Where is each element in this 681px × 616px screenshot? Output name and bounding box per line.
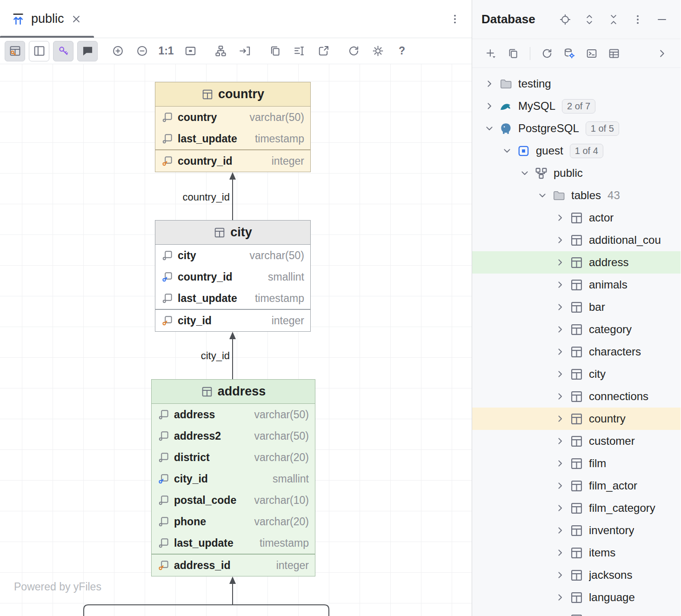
chevron-right-icon[interactable] [554,212,566,224]
refresh-button[interactable] [343,41,364,61]
tree-item-film[interactable]: film [472,452,681,475]
tree-item-public[interactable]: public [472,162,681,184]
actual-size-button[interactable]: 1:1 [156,41,176,61]
tree-item-testing[interactable]: testing [472,73,681,95]
keys-toggle[interactable] [53,41,73,61]
tree-item-bar[interactable]: bar [472,296,681,318]
chevron-down-icon[interactable] [483,122,495,134]
help-button[interactable]: ? [392,41,412,61]
data-source-properties-button[interactable] [560,44,579,63]
chevron-right-icon[interactable] [554,547,566,559]
chevron-right-icon[interactable] [554,346,566,358]
diagram-canvas[interactable]: Powered by yFiles countrycountryvarchar(… [0,64,472,616]
editor-more-button[interactable] [446,10,464,28]
tree-item-connections[interactable]: connections [472,385,681,408]
locate-button[interactable] [556,10,574,29]
column-row-country_id[interactable]: country_idsmallint [155,266,310,288]
tree-item-items[interactable]: items [472,542,681,564]
column-row-phone[interactable]: phonevarchar(20) [152,511,315,532]
tree-item-inventory[interactable]: inventory [472,519,681,542]
chevron-right-icon[interactable] [554,591,566,603]
fit-content-button[interactable] [180,41,200,61]
column-row-district[interactable]: districtvarchar(20) [152,447,315,468]
new-button[interactable] [481,44,500,63]
chevron-down-icon[interactable] [536,189,548,201]
chevron-right-icon[interactable] [554,524,566,536]
table-view-button[interactable] [605,44,623,63]
tree-item-customer[interactable]: customer [472,430,681,452]
chevron-right-icon[interactable] [554,480,566,492]
tree-item-country[interactable]: country [472,408,681,430]
chevron-right-icon[interactable] [554,323,566,335]
expand-all-button[interactable] [580,10,599,29]
chevron-right-icon[interactable] [554,569,566,581]
tree-item-partial[interactable] [472,609,681,616]
tree-item-language[interactable]: language [472,586,681,609]
entity-address[interactable]: addressaddressvarchar(50)address2varchar… [151,379,315,576]
tree-item-guest[interactable]: guest1 of 4 [472,140,681,162]
chevron-right-icon[interactable] [483,78,495,90]
chevron-right-icon[interactable] [554,234,566,246]
key-columns-toggle[interactable] [5,41,25,61]
hide-button[interactable] [653,10,671,29]
column-row-country_id[interactable]: country_idinteger [155,150,310,172]
zoom-out-button[interactable] [132,41,152,61]
chevron-down-icon[interactable] [519,167,531,179]
tree-item-category[interactable]: category [472,318,681,341]
chevron-right-icon[interactable] [554,390,566,402]
apply-layout-button[interactable] [210,41,231,61]
side-panel-toggle[interactable] [29,41,49,61]
tree-item-film_actor[interactable]: film_actor [472,475,681,497]
chevron-right-icon[interactable] [554,614,566,616]
column-row-country[interactable]: countryvarchar(50) [155,107,310,128]
zoom-in-button[interactable] [107,41,128,61]
expand-panel-button[interactable] [653,44,671,63]
jump-to-source-button[interactable] [234,41,255,61]
new-console-button[interactable] [582,44,601,63]
column-row-city_id[interactable]: city_idsmallint [152,468,315,489]
entity-header-city[interactable]: city [155,221,310,245]
copy-diagram-button[interactable] [265,41,285,61]
tree-item-animals[interactable]: animals [472,274,681,296]
open-in-editor-button[interactable] [313,41,334,61]
column-row-city_id[interactable]: city_idinteger [155,310,310,331]
close-icon[interactable] [70,13,82,25]
column-row-address2[interactable]: address2varchar(50) [152,425,315,447]
column-row-postal_code[interactable]: postal_codevarchar(10) [152,489,315,511]
tree-item-MySQL[interactable]: MySQL2 of 7 [472,95,681,117]
column-row-last_update[interactable]: last_updatetimestamp [155,288,310,309]
chevron-right-icon[interactable] [554,368,566,380]
chevron-down-icon[interactable] [501,145,513,157]
chevron-right-icon[interactable] [554,279,566,291]
column-row-last_update[interactable]: last_updatetimestamp [155,128,310,149]
more-button[interactable] [628,10,647,29]
column-row-last_update[interactable]: last_updatetimestamp [152,532,315,554]
show-edge-labels-button[interactable] [289,41,309,61]
refresh-button[interactable] [538,44,556,63]
collapse-all-button[interactable] [604,10,623,29]
tree-item-additional_cou[interactable]: additional_cou [472,229,681,251]
tree-item-characters[interactable]: characters [472,341,681,363]
chevron-right-icon[interactable] [554,502,566,514]
tree-item-actor[interactable]: actor [472,207,681,229]
column-row-address_id[interactable]: address_idinteger [152,555,315,576]
comments-toggle[interactable] [77,41,98,61]
settings-button[interactable] [367,41,388,61]
chevron-right-icon[interactable] [554,256,566,268]
tree-item-jacksons[interactable]: jacksons [472,564,681,586]
entity-country[interactable]: countrycountryvarchar(50)last_updatetime… [155,82,311,172]
entity-city[interactable]: citycityvarchar(50)country_idsmallintlas… [155,220,311,332]
column-row-city[interactable]: cityvarchar(50) [155,245,310,266]
duplicate-button[interactable] [504,44,522,63]
entity-header-country[interactable]: country [155,82,310,107]
tree-item-film_category[interactable]: film_category [472,497,681,519]
chevron-right-icon[interactable] [554,435,566,447]
tree-item-address[interactable]: address [472,251,681,274]
tree-item-city[interactable]: city [472,363,681,385]
chevron-right-icon[interactable] [554,301,566,313]
chevron-right-icon[interactable] [554,413,566,425]
tree-item-PostgreSQL[interactable]: PostgreSQL1 of 5 [472,117,681,140]
tree-item-tables[interactable]: tables43 [472,184,681,207]
chevron-right-icon[interactable] [554,457,566,469]
tab-public[interactable]: public [8,0,85,38]
